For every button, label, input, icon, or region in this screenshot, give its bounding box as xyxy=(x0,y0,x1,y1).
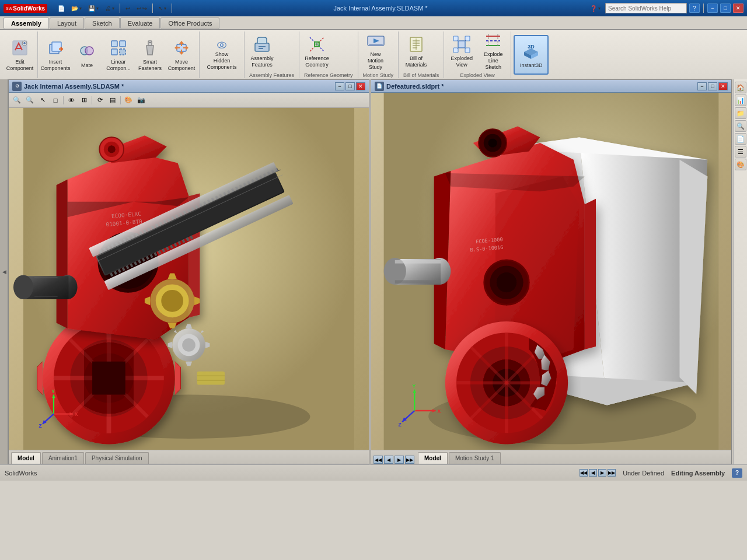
edit-component-button[interactable]: EditComponent xyxy=(5,35,35,75)
tab-office-products[interactable]: Office Products xyxy=(160,18,219,29)
undo-button[interactable]: ↩ xyxy=(123,2,132,14)
sidebar-chart-button[interactable]: 📊 xyxy=(735,94,746,106)
group-exploded-view: ExplodedView ExplodeLineSketch xyxy=(446,32,511,78)
view-camera-button[interactable]: 📷 xyxy=(135,95,147,106)
right-scroll-left[interactable]: ◀◀ xyxy=(374,456,383,464)
instant3d-icon: 3D xyxy=(521,40,542,61)
right-tab-motion-study-1[interactable]: Motion Study 1 xyxy=(449,452,501,464)
sw-logo: SW SolidWorks xyxy=(4,4,47,13)
svg-rect-28 xyxy=(369,44,383,46)
status-mode: Editing Assembly xyxy=(671,470,725,477)
left-scroll-prev[interactable]: ◀ xyxy=(589,469,597,477)
status-bar: SolidWorks ◀◀ ◀ ▶ ▶▶ Under Defined Editi… xyxy=(0,464,747,481)
svg-point-149 xyxy=(182,338,196,352)
view-orient-button[interactable]: ⟳ xyxy=(94,95,106,106)
reference-geometry-button[interactable]: ReferenceGeometry xyxy=(302,32,332,71)
sidebar-home-button[interactable]: 🏠 xyxy=(735,82,746,93)
right-viewport-close[interactable]: ✕ xyxy=(718,82,728,90)
group-motion-study-items: NewMotionStudy xyxy=(361,32,396,71)
search-input[interactable] xyxy=(605,3,687,13)
solidworks-text: SolidWorks xyxy=(13,5,45,12)
render-tools-button[interactable]: 🎨 xyxy=(123,95,134,106)
help-button[interactable]: ? xyxy=(689,4,700,13)
open-button[interactable]: 📂▾ xyxy=(69,2,84,14)
left-viewport-close[interactable]: ✕ xyxy=(356,82,365,90)
right-scroll-prev[interactable]: ◀ xyxy=(384,456,393,464)
explode-line-sketch-label: ExplodeLineSketch xyxy=(484,51,503,70)
sep4 xyxy=(703,4,704,13)
assembly-features-group-label: Assembly Features xyxy=(247,71,296,79)
instant3d-button[interactable]: 3D Instant3D xyxy=(514,35,549,75)
zoom-in-button[interactable]: 🔍 xyxy=(11,95,23,106)
exploded-view-group-label: Exploded View xyxy=(446,71,508,79)
title-bar: SW SolidWorks 📄 📂▾ 💾▾ 🖨▾ ↩ ↩↩ ↖▾ Jack In… xyxy=(0,0,747,16)
left-viewport-maximize[interactable]: □ xyxy=(345,82,355,90)
print-button[interactable]: 🖨▾ xyxy=(103,2,117,14)
bill-of-materials-label: Bill ofMaterials xyxy=(406,55,427,68)
right-viewport-canvas[interactable]: ECOE-1000 B.S-0-1001G xyxy=(371,93,731,450)
tab-sketch[interactable]: Sketch xyxy=(85,18,120,29)
left-scroll-next[interactable]: ▶ xyxy=(598,469,606,477)
assembly-features-button[interactable]: AssemblyFeatures xyxy=(247,32,277,71)
right-viewport-maximize[interactable]: □ xyxy=(708,82,717,90)
main-content: ◀ ⚙ Jack Internal Assemly.SLDASM * − □ ✕… xyxy=(0,79,747,464)
section-view-button[interactable]: ▤ xyxy=(107,95,118,106)
smart-fasteners-button[interactable]: SmartFasteners xyxy=(135,35,165,75)
right-viewport: 📄 Defeatured.sldprt * − □ ✕ xyxy=(371,79,732,464)
mate-button[interactable]: Mate xyxy=(72,35,102,75)
sidebar-folder-button[interactable]: 📁 xyxy=(735,107,746,119)
left-panel-toggle[interactable]: ◀ xyxy=(0,79,8,464)
assembly-features-icon xyxy=(252,34,273,54)
right-viewport-minimize[interactable]: − xyxy=(697,82,707,90)
explode-line-sketch-button[interactable]: ExplodeLineSketch xyxy=(478,32,508,71)
bill-of-materials-button[interactable]: Bill ofMaterials xyxy=(401,32,431,71)
left-tab-physical-sim[interactable]: Physical Simulation xyxy=(85,452,149,464)
left-tab-model[interactable]: Model xyxy=(11,452,41,464)
sidebar-doc-button[interactable]: 📄 xyxy=(735,133,746,145)
svg-text:Z: Z xyxy=(39,423,41,429)
svg-point-18 xyxy=(221,44,223,46)
close-button[interactable]: ✕ xyxy=(733,4,743,13)
left-viewport-minimize[interactable]: − xyxy=(335,82,344,90)
right-scroll-right[interactable]: ▶▶ xyxy=(405,456,414,464)
new-motion-study-button[interactable]: NewMotionStudy xyxy=(361,32,391,71)
tab-evaluate[interactable]: Evaluate xyxy=(120,18,160,29)
left-tab-animation1[interactable]: Animation1 xyxy=(42,452,84,464)
exploded-view-button[interactable]: ExplodedView xyxy=(446,32,477,71)
display-pane-button[interactable]: ⊞ xyxy=(78,95,90,106)
linear-component-label: LinearCompon... xyxy=(106,59,131,72)
select-button[interactable]: ↖▾ xyxy=(156,2,169,14)
group-reference-geometry: ReferenceGeometry Reference Geometry xyxy=(302,32,358,78)
hide-show-button[interactable]: 👁 xyxy=(65,95,77,106)
new-button[interactable]: 📄 xyxy=(55,2,67,14)
right-scroll-next[interactable]: ▶ xyxy=(395,456,404,464)
linear-component-button[interactable]: LinearCompon... xyxy=(103,35,134,75)
status-help-button[interactable]: ? xyxy=(732,468,742,478)
maximize-button[interactable]: □ xyxy=(720,4,731,13)
left-scroll-left[interactable]: ◀◀ xyxy=(580,469,588,477)
minimize-button[interactable]: − xyxy=(707,4,718,13)
move-component-button[interactable]: MoveComponent xyxy=(166,35,197,75)
save-button[interactable]: 💾▾ xyxy=(86,2,101,14)
svg-rect-9 xyxy=(111,49,117,55)
group-show-hidden-items: ShowHiddenComponents xyxy=(202,32,242,78)
sidebar-menu-button[interactable]: ☰ xyxy=(735,146,746,158)
redo-button[interactable]: ↩↩ xyxy=(134,2,149,14)
select-tool-button[interactable]: ↖ xyxy=(37,95,48,106)
help-search-btn[interactable]: ❓▾ xyxy=(588,2,603,14)
group-exploded-view-items: ExplodedView ExplodeLineSketch xyxy=(446,32,508,71)
zoom-out-button[interactable]: 🔍 xyxy=(24,95,36,106)
insert-components-label: InsertComponents xyxy=(40,59,70,72)
show-hidden-components-button[interactable]: ShowHiddenComponents xyxy=(202,37,242,72)
title-bar-right: ❓▾ ? − □ ✕ xyxy=(588,2,743,14)
insert-components-button[interactable]: InsertComponents xyxy=(40,35,71,75)
tab-layout[interactable]: Layout xyxy=(50,18,84,29)
display-style-button[interactable]: □ xyxy=(50,95,61,106)
left-viewport-canvas[interactable]: ECOO·ELXC 01001-0-8T0 {/* teeth */} xyxy=(9,108,369,450)
left-viewport-title-buttons: − □ ✕ xyxy=(335,82,365,90)
sidebar-palette-button[interactable]: 🎨 xyxy=(735,159,746,170)
tab-assembly[interactable]: Assembly xyxy=(4,18,49,29)
right-tab-model[interactable]: Model xyxy=(418,452,448,464)
left-scroll-right[interactable]: ▶▶ xyxy=(608,469,616,477)
sidebar-search-button[interactable]: 🔍 xyxy=(735,120,746,132)
